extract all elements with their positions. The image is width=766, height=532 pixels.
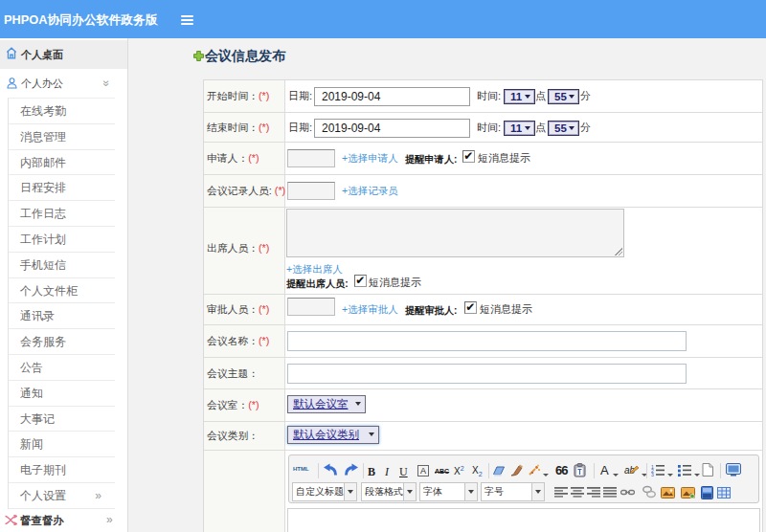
svg-text:3: 3 [651,472,654,477]
